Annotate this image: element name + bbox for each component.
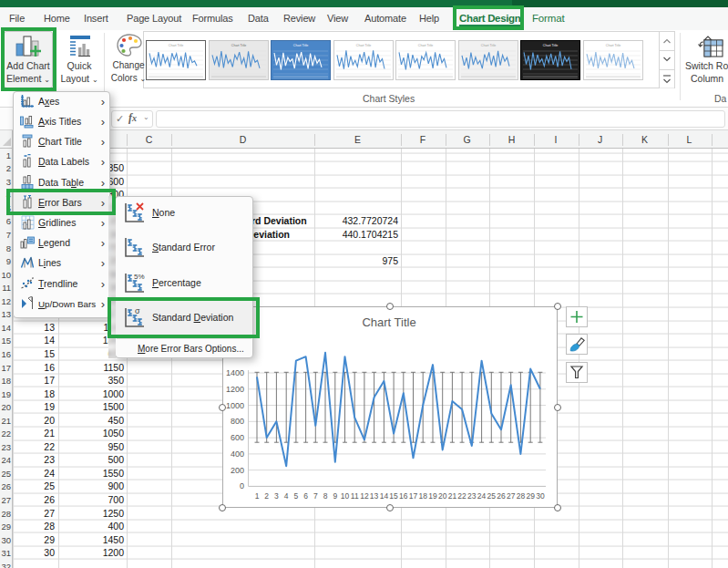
svg-text:14: 14	[380, 491, 389, 501]
svg-text:3: 3	[274, 491, 279, 501]
svg-text:Chart Title: Chart Title	[362, 315, 415, 329]
svg-text:6: 6	[303, 491, 308, 501]
svg-text:10: 10	[341, 491, 350, 501]
svg-text:1: 1	[255, 491, 260, 501]
svg-text:28: 28	[517, 491, 526, 501]
svg-text:20: 20	[438, 491, 447, 501]
svg-text:0: 0	[240, 481, 244, 491]
svg-text:Chart Title: Chart Title	[355, 44, 370, 47]
svg-text:22: 22	[457, 491, 467, 501]
svg-text:Chart Title: Chart Title	[543, 44, 558, 47]
svg-text:18: 18	[418, 491, 427, 501]
svg-text:7: 7	[313, 491, 318, 501]
svg-text:11: 11	[351, 491, 359, 501]
svg-text:600: 600	[231, 433, 244, 442]
svg-text:1400: 1400	[226, 368, 244, 377]
svg-text:9: 9	[333, 491, 337, 501]
svg-text:2: 2	[264, 491, 269, 501]
svg-text:24: 24	[477, 491, 487, 501]
svg-text:1200: 1200	[226, 385, 244, 394]
svg-text:800: 800	[231, 417, 244, 426]
svg-text:13: 13	[370, 491, 379, 501]
svg-text:12: 12	[360, 491, 369, 501]
svg-text:Chart Title: Chart Title	[480, 44, 495, 47]
svg-text:26: 26	[497, 491, 506, 501]
svg-text:Chart Title: Chart Title	[605, 44, 620, 47]
svg-text:23: 23	[467, 491, 477, 501]
svg-text:16: 16	[399, 491, 408, 501]
svg-text:400: 400	[231, 449, 244, 459]
svg-text:8: 8	[323, 491, 328, 501]
svg-text:5%: 5%	[134, 273, 145, 281]
svg-text:21: 21	[448, 491, 457, 501]
svg-text:25: 25	[487, 491, 497, 501]
svg-text:27: 27	[507, 491, 516, 501]
svg-text:30: 30	[536, 491, 545, 501]
svg-text:Chart Title: Chart Title	[231, 44, 245, 47]
svg-text:15: 15	[389, 491, 398, 501]
svg-text:1000: 1000	[226, 401, 244, 410]
svg-text:Chart Title: Chart Title	[418, 44, 433, 47]
svg-text:200: 200	[231, 466, 244, 475]
svg-text:Chart Title: Chart Title	[169, 44, 183, 47]
svg-text:29: 29	[526, 491, 535, 501]
svg-text:4: 4	[284, 491, 289, 501]
svg-text:19: 19	[428, 491, 437, 501]
svg-text:5: 5	[294, 491, 299, 501]
svg-text:17: 17	[409, 491, 418, 501]
svg-text:Chart Title: Chart Title	[293, 44, 308, 47]
